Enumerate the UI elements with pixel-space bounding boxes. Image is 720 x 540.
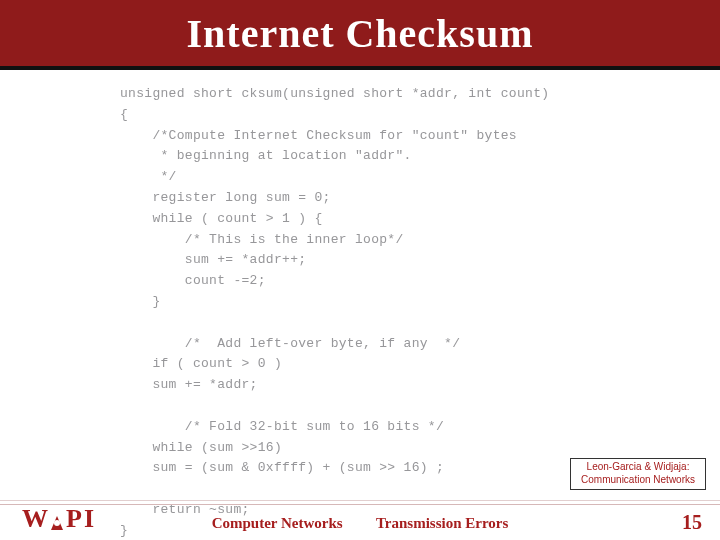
footer-topic: Transmission Errors: [376, 515, 508, 531]
footer-course: Computer Networks: [212, 515, 343, 531]
slide-title: Internet Checksum: [187, 10, 534, 57]
citation-line-1: Leon-Garcia & Widjaja:: [581, 461, 695, 474]
page-number: 15: [682, 511, 702, 534]
footer-divider: [0, 504, 720, 505]
title-bar: Internet Checksum: [0, 0, 720, 70]
footer: W P I Computer Networks Transmission Err…: [0, 500, 720, 540]
citation-box: Leon-Garcia & Widjaja: Communication Net…: [570, 458, 706, 490]
citation-line-2: Communication Networks: [581, 474, 695, 487]
footer-center-text: Computer Networks Transmission Errors: [0, 515, 720, 532]
